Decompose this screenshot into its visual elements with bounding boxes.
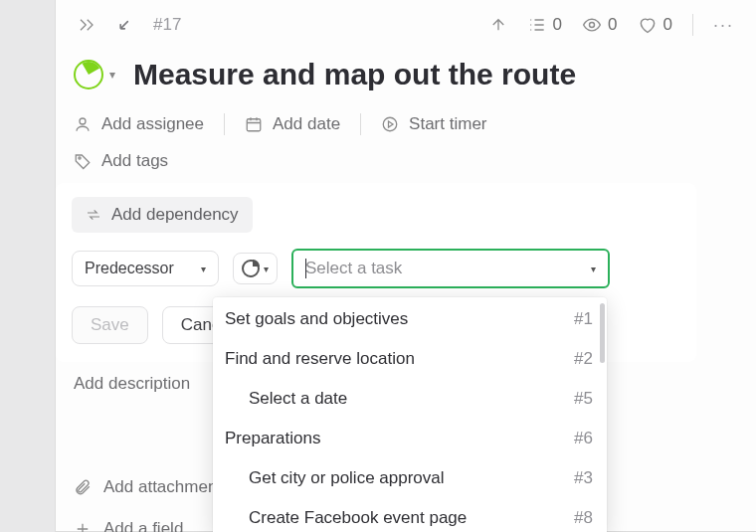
- task-option[interactable]: Preparations#6: [213, 419, 607, 458]
- swap-icon: [86, 207, 101, 223]
- task-option-number: #1: [574, 309, 593, 329]
- dependency-type-select[interactable]: Predecessor ▾: [72, 251, 219, 286]
- task-option-number: #8: [574, 508, 593, 528]
- scrollbar-thumb[interactable]: [600, 303, 605, 363]
- task-option[interactable]: Get city or police approval#3: [213, 458, 607, 498]
- svg-point-4: [79, 157, 81, 159]
- timer-label: Start timer: [409, 114, 486, 134]
- dep-chip-label: Add dependency: [111, 205, 239, 225]
- description-label: Add description: [74, 374, 190, 394]
- divider: [692, 14, 693, 36]
- tags-label: Add tags: [101, 151, 168, 171]
- text-cursor: [305, 259, 306, 278]
- divider: [224, 113, 225, 135]
- arrow-up-icon[interactable]: [489, 16, 507, 34]
- title-row: ▾ Measure and map out the route: [56, 50, 756, 113]
- topbar: #17 0 0 0 ···: [56, 0, 756, 50]
- assignee-button[interactable]: Add assignee: [74, 114, 204, 134]
- field-label: Add a field: [103, 519, 183, 532]
- task-option[interactable]: Create Facebook event page#8: [213, 498, 607, 532]
- eye-icon: [582, 15, 602, 35]
- expand-arrows-icon[interactable]: [115, 16, 133, 34]
- task-select-placeholder: Select a task: [305, 259, 402, 278]
- chevron-down-icon: ▾: [201, 264, 206, 274]
- timer-button[interactable]: Start timer: [381, 114, 486, 134]
- like-stat[interactable]: 0: [638, 15, 672, 35]
- task-title[interactable]: Measure and map out the route: [133, 58, 576, 91]
- task-option-label: Preparations: [225, 429, 320, 448]
- person-icon: [74, 115, 92, 133]
- list-stat[interactable]: 0: [527, 15, 562, 35]
- task-option[interactable]: Find and reserve location#2: [213, 339, 607, 379]
- dependency-task-select[interactable]: Select a task ▾: [291, 249, 610, 288]
- svg-rect-2: [247, 119, 261, 131]
- task-option-number: #3: [574, 468, 593, 488]
- paperclip-icon: [74, 478, 92, 496]
- assignee-label: Add assignee: [101, 114, 204, 134]
- pie-icon: [242, 260, 260, 277]
- task-number[interactable]: #17: [153, 15, 181, 35]
- more-icon[interactable]: ···: [713, 15, 734, 36]
- chevron-down-icon: ▾: [109, 68, 115, 82]
- svg-point-0: [590, 23, 595, 28]
- task-option-label: Select a date: [249, 389, 347, 409]
- date-button[interactable]: Add date: [245, 114, 340, 134]
- task-option-number: #2: [574, 349, 593, 369]
- divider: [360, 113, 361, 135]
- list-count: 0: [553, 15, 562, 35]
- task-option-label: Set goals and objectives: [225, 309, 408, 329]
- list-icon: [527, 15, 547, 35]
- task-option-label: Create Facebook event page: [249, 508, 467, 528]
- meta-row: Add assignee Add date Start timer: [56, 113, 756, 147]
- save-button[interactable]: Save: [72, 306, 148, 344]
- task-option[interactable]: Select a date#5: [213, 379, 607, 419]
- svg-point-1: [80, 118, 86, 124]
- task-option-label: Get city or police approval: [249, 468, 445, 488]
- task-option[interactable]: Set goals and objectives#1: [213, 299, 607, 339]
- task-option-number: #5: [574, 389, 593, 409]
- status-selector[interactable]: ▾: [74, 60, 115, 89]
- heart-icon: [638, 15, 658, 35]
- calendar-icon: [245, 115, 263, 133]
- add-dependency-chip[interactable]: Add dependency: [72, 197, 253, 233]
- tags-button[interactable]: Add tags: [56, 147, 756, 183]
- play-circle-icon: [381, 115, 399, 133]
- dependency-constraint-select[interactable]: ▾: [233, 253, 278, 284]
- attachment-label: Add attachment: [103, 477, 222, 497]
- chevron-down-icon: ▾: [591, 264, 596, 274]
- like-count: 0: [663, 15, 672, 35]
- watch-count: 0: [608, 15, 617, 35]
- date-label: Add date: [273, 114, 340, 134]
- task-options-popover: Set goals and objectives#1Find and reser…: [213, 297, 607, 532]
- collapse-icon[interactable]: [78, 16, 95, 34]
- plus-icon: [74, 520, 92, 532]
- tag-icon: [74, 152, 92, 170]
- dep-type-value: Predecessor: [85, 260, 174, 277]
- watch-stat[interactable]: 0: [582, 15, 617, 35]
- task-option-number: #6: [574, 429, 593, 448]
- status-circle-icon: [74, 60, 103, 89]
- task-option-label: Find and reserve location: [225, 349, 415, 369]
- chevron-down-icon: ▾: [264, 264, 269, 274]
